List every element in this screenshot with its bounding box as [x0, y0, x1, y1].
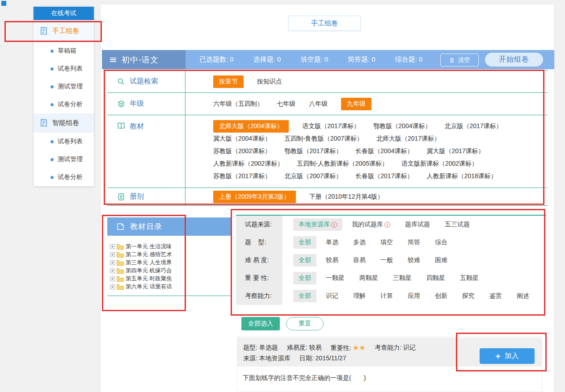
filter-option[interactable]: 冀大版（2017课标） [426, 147, 484, 155]
qfilter-option[interactable]: 容易 [348, 254, 371, 267]
qfilter-option[interactable]: 多选 [348, 236, 371, 249]
qfilter-option[interactable]: 阐述 [511, 290, 535, 302]
tree-node[interactable]: +第六单元 话里有话 [110, 283, 226, 291]
tree-node[interactable]: +第二单元 感悟艺术 [110, 250, 226, 259]
sidebar-item-drafts[interactable]: 草稿箱 [34, 42, 94, 60]
filter-option[interactable]: 五四制-人教新课标（2005课标） [297, 160, 388, 168]
qfilter-option[interactable]: 五三试题 [439, 218, 475, 231]
expand-icon[interactable]: + [110, 284, 115, 289]
filter-option[interactable]: 按章节 [213, 75, 244, 88]
qfilter-option[interactable]: 三颗星 [388, 272, 417, 284]
filter-option[interactable]: 按知识点 [257, 78, 282, 86]
expand-icon[interactable]: + [110, 244, 115, 249]
filter-option[interactable]: 语文版新课标（2002课标） [401, 160, 478, 168]
qfilter-option[interactable]: 填空 [375, 236, 398, 249]
qfilter-option[interactable]: 全部 [293, 254, 316, 267]
filter-label-text: 教材 [130, 122, 144, 131]
qfilter-option[interactable]: 较难 [402, 254, 426, 267]
sidebar-group-smart-paper[interactable]: 智能组卷 [34, 113, 94, 133]
qfilter-option[interactable]: 鉴赏 [484, 290, 507, 302]
filter-option[interactable]: 北京版（2017课标） [444, 122, 502, 130]
filter-option[interactable]: 苏教版（2017课标） [213, 172, 271, 180]
clear-button-label: 清空 [458, 56, 470, 64]
trash-icon [449, 57, 455, 63]
qfilter-option[interactable]: 四颗星 [421, 272, 451, 284]
filter-option[interactable]: 下册（2010年12月第4版） [309, 193, 384, 201]
qfilter-option[interactable]: 我的试题库! [346, 218, 396, 231]
clear-button[interactable]: 清空 [440, 54, 479, 67]
qfilter-option[interactable]: 困难 [430, 254, 453, 267]
filter-option[interactable]: 七年级 [277, 100, 295, 108]
reset-button[interactable]: 重置 [286, 317, 324, 330]
tab-manual-paper[interactable]: 手工组卷 [288, 16, 361, 31]
sidebar-item-paper-analysis[interactable]: 试卷分析 [34, 168, 94, 186]
expand-icon[interactable]: + [110, 268, 115, 273]
qfilter-option[interactable]: 全部 [293, 272, 316, 284]
qfilter-option[interactable]: 五颗星 [455, 272, 484, 284]
filter-option[interactable]: 北师大版（2004课标） [213, 120, 289, 133]
sidebar-item-label: 试卷分析 [58, 100, 83, 108]
qfilter-option[interactable]: 创新 [430, 290, 453, 302]
filter-option[interactable]: 长春版（2017课标） [355, 172, 413, 180]
qfilter-option[interactable]: 简答 [402, 236, 426, 249]
qfilter-option[interactable]: 识记 [320, 290, 344, 302]
expand-icon[interactable]: + [110, 252, 115, 257]
qfilter-option[interactable]: 本地资源库! [293, 218, 342, 231]
filter-option[interactable]: 苏教版（2002课标） [213, 147, 271, 155]
expand-icon[interactable]: + [110, 276, 115, 281]
filter-option[interactable]: 上册（2009年3月第2版） [213, 191, 296, 203]
filter-row-grade: 年级六年级（五四制）七年级八年级九年级 [107, 93, 548, 115]
qfilter-option[interactable]: 综合 [430, 236, 453, 249]
qfilter-option[interactable]: 探究 [457, 290, 480, 302]
tree-node[interactable]: +第五单元 时政聚焦 [110, 275, 226, 283]
start-compose-button[interactable]: 开始组卷 [485, 53, 543, 67]
qfilter-option[interactable]: 理解 [348, 290, 371, 302]
qfilter-option-label: 全部 [299, 256, 311, 264]
bullet-dot-icon [51, 85, 54, 88]
filter-option[interactable]: 人教新课标（2002课标） [213, 160, 283, 168]
filter-option[interactable]: 九年级 [341, 98, 371, 110]
qfilter-option[interactable]: 一颗星 [320, 272, 350, 284]
filter-option[interactable]: 语文版（2017课标） [302, 122, 360, 130]
qfilter-option[interactable]: 两颗星 [354, 272, 384, 284]
select-all-button[interactable]: 全部选入 [241, 317, 280, 330]
tree-node[interactable]: +第三单元 人生境界 [110, 259, 226, 267]
sidebar-item-test-management[interactable]: 测试管理 [34, 78, 94, 96]
add-question-button[interactable]: + 加入 [480, 348, 535, 364]
qfilter-option[interactable]: 一般 [375, 254, 398, 267]
qfilter-options-ability: 全部识记理解计算应用创新探究鉴赏阐述 [282, 290, 539, 302]
sidebar-item-paper-analysis[interactable]: 试卷分析 [34, 96, 94, 113]
qfilter-option[interactable]: 题库试题 [400, 218, 435, 231]
qfilter-option[interactable]: 计算 [375, 290, 398, 302]
expand-icon[interactable]: + [110, 260, 115, 265]
tree-node[interactable]: +第四单元 机缘巧合 [110, 267, 226, 275]
tree-node[interactable]: +第一单元 生活况味 [110, 242, 226, 250]
sidebar-item-paper-list[interactable]: 试卷列表 [34, 60, 94, 78]
filter-option[interactable]: 北京版（2007课标） [284, 172, 342, 180]
filter-option[interactable]: 人教新课标（2018课标） [426, 172, 497, 180]
filter-option[interactable]: 六年级（五四制） [213, 100, 263, 108]
filter-option[interactable]: 冀大版（2004课标） [213, 135, 271, 143]
sidebar-group-manual-paper[interactable]: 手工组卷 [34, 20, 94, 42]
qfilter-label-difficulty: 难 易 度: [236, 251, 282, 269]
filter-option[interactable]: 八年级 [309, 100, 328, 108]
qfilter-option-label: 困难 [435, 256, 447, 264]
filter-option[interactable]: 五四制-鲁教版（2007课标） [284, 135, 363, 143]
qfilter-option[interactable]: 全部 [293, 236, 316, 249]
filter-option[interactable]: 鄂教版（2017课标） [284, 147, 342, 155]
filter-option[interactable]: 长春版（2004课标） [355, 147, 413, 155]
tree-node-label: 第一单元 生活况味 [126, 243, 172, 250]
qfilter-row-source: 试题来源:本地资源库!我的试题库!题库试题五三试题 [236, 216, 546, 234]
sidebar-item-paper-list[interactable]: 试卷列表 [34, 133, 94, 150]
filter-option[interactable]: 北师大版（2017课标） [376, 135, 440, 143]
qfilter-option[interactable]: 较易 [320, 254, 344, 267]
sidebar-item-test-management[interactable]: 测试管理 [34, 150, 94, 168]
tree-node-label: 第二单元 感悟艺术 [126, 251, 172, 259]
qfilter-option[interactable]: 全部 [293, 290, 316, 302]
scroll-icon [39, 26, 48, 35]
qfilter-option[interactable]: 单选 [320, 236, 344, 249]
qfilter-option-label: 创新 [435, 292, 447, 300]
subject-title-segment: 初中-语文 [102, 50, 186, 69]
filter-option[interactable]: 鄂教版（2004课标） [373, 122, 431, 130]
qfilter-option[interactable]: 应用 [402, 290, 426, 302]
